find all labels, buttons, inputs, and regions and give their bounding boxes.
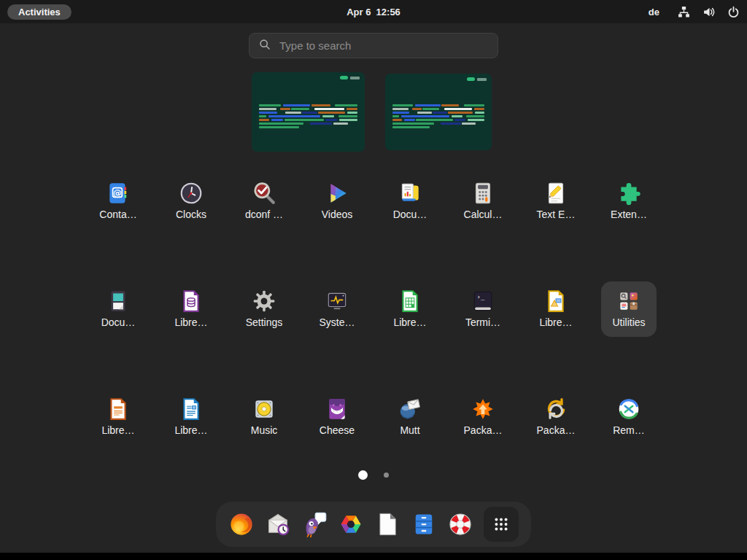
libreoffice-icon [374, 511, 400, 537]
app-utilities-folder[interactable]: Utilities [601, 281, 657, 337]
app-grid: @Conta…Clocksdconf …VideosDocu…Calcul…Te… [90, 174, 657, 445]
app-label: Videos [322, 209, 353, 220]
remote-desktop-icon [616, 397, 641, 421]
app-package-refresh[interactable]: Packa… [528, 389, 584, 445]
dock-help-button[interactable] [447, 511, 473, 537]
page-indicator [0, 465, 747, 484]
camera-shutter-icon [338, 511, 364, 537]
search-bar[interactable] [249, 33, 498, 58]
search-icon [259, 39, 271, 53]
app-system-monitor[interactable]: Syste… [309, 281, 365, 337]
app-calculator[interactable]: Calcul… [455, 174, 511, 229]
contacts-icon: @ [106, 181, 131, 206]
app-label: Cheese [320, 425, 355, 436]
package-updater-icon [471, 397, 495, 421]
svg-text:›_: ›_ [477, 293, 485, 300]
libreoffice-calc-icon [398, 289, 422, 314]
bottom-strip [0, 553, 747, 560]
top-bar: Activities Apr 6 12:56 de [0, 0, 747, 23]
help-icon [447, 511, 473, 537]
evolution-icon [265, 511, 291, 537]
app-label: Libre… [539, 317, 572, 328]
dock [216, 502, 531, 547]
keyboard-layout-indicator[interactable]: de [649, 7, 659, 18]
app-label: Clocks [176, 209, 206, 220]
app-libreoffice-base[interactable]: Libre… [163, 281, 219, 337]
app-cheese[interactable]: Cheese [309, 389, 365, 445]
document-viewer-icon [106, 289, 131, 314]
libreoffice-base-icon [179, 289, 204, 314]
app-label: Libre… [174, 317, 207, 328]
suse-logo-icon [467, 77, 487, 81]
svg-text:@: @ [113, 188, 122, 198]
app-libreoffice-draw[interactable]: Libre… [528, 281, 584, 337]
system-monitor-icon [325, 289, 349, 314]
app-label: Settings [246, 317, 283, 328]
libreoffice-draw-icon [543, 289, 568, 314]
videos-icon [325, 181, 349, 206]
app-mutt[interactable]: Mutt [382, 389, 438, 445]
libreoffice-impress-icon [106, 397, 131, 421]
volume-icon [703, 6, 715, 18]
dock-pidgin-button[interactable] [301, 511, 328, 537]
settings-icon [252, 289, 276, 314]
app-grid-icon [490, 513, 512, 535]
terminal-window-2[interactable] [385, 74, 492, 150]
activities-button[interactable]: Activities [7, 4, 71, 20]
dock-evolution-button[interactable] [265, 511, 291, 537]
app-label: Exten… [611, 209, 647, 220]
terminal-icon: ›_ [471, 289, 495, 314]
dconf-editor-icon [252, 181, 276, 206]
app-label: dconf … [245, 209, 283, 220]
page-dot-2[interactable] [384, 472, 389, 478]
app-label: Termi… [465, 317, 500, 328]
app-contacts[interactable]: @Conta… [90, 174, 146, 229]
dock-files-button[interactable] [411, 511, 437, 537]
app-music[interactable]: Music [236, 389, 292, 445]
app-settings[interactable]: Settings [236, 281, 292, 337]
network-wired-icon [678, 6, 690, 18]
app-clocks[interactable]: Clocks [163, 174, 219, 229]
music-icon [252, 397, 276, 421]
suse-logo-icon [340, 76, 360, 79]
extensions-icon [616, 181, 641, 206]
app-libreoffice-impress[interactable]: Libre… [90, 389, 146, 445]
terminal-output-bars [392, 104, 485, 130]
app-remote-desktop[interactable]: Rem… [601, 389, 657, 445]
app-text-editor[interactable]: Text E… [528, 174, 584, 229]
mutt-icon [398, 397, 422, 421]
app-dconf-editor[interactable]: dconf … [236, 174, 292, 229]
app-label: Utilities [612, 317, 645, 328]
app-label: Libre… [101, 425, 134, 436]
dock-camera-shutter-button[interactable] [338, 511, 364, 537]
dock-libreoffice-button[interactable] [374, 511, 400, 537]
page-dot-1[interactable] [358, 470, 368, 480]
system-status-area[interactable]: de [649, 6, 740, 18]
app-label: Syste… [319, 317, 355, 328]
files-icon [411, 511, 437, 537]
app-documents[interactable]: Docu… [382, 174, 438, 229]
utilities-folder-icon [616, 289, 641, 314]
app-label: Docu… [101, 317, 136, 328]
dock-app-grid-button[interactable] [484, 507, 519, 542]
search-input[interactable] [278, 39, 488, 52]
documents-icon [398, 181, 422, 206]
power-icon [727, 6, 740, 18]
firefox-icon [228, 511, 255, 537]
app-label: Calcul… [464, 209, 503, 220]
app-libreoffice-calc[interactable]: Libre… [382, 281, 438, 337]
app-document-viewer[interactable]: Docu… [90, 281, 146, 337]
app-terminal[interactable]: ›_Termi… [455, 281, 511, 337]
app-label: Music [251, 425, 278, 436]
app-label: Docu… [393, 209, 427, 220]
app-label: Libre… [393, 317, 426, 328]
app-videos[interactable]: Videos [309, 174, 365, 229]
text-editor-icon [543, 181, 568, 206]
clock[interactable]: Apr 6 12:56 [347, 7, 400, 18]
clocks-icon [179, 181, 204, 206]
terminal-window-1[interactable] [252, 72, 365, 152]
dock-firefox-button[interactable] [228, 511, 255, 537]
app-extensions[interactable]: Exten… [601, 174, 657, 229]
app-libreoffice-writer[interactable]: Libre… [163, 389, 219, 445]
app-package-updater[interactable]: Packa… [455, 389, 511, 445]
